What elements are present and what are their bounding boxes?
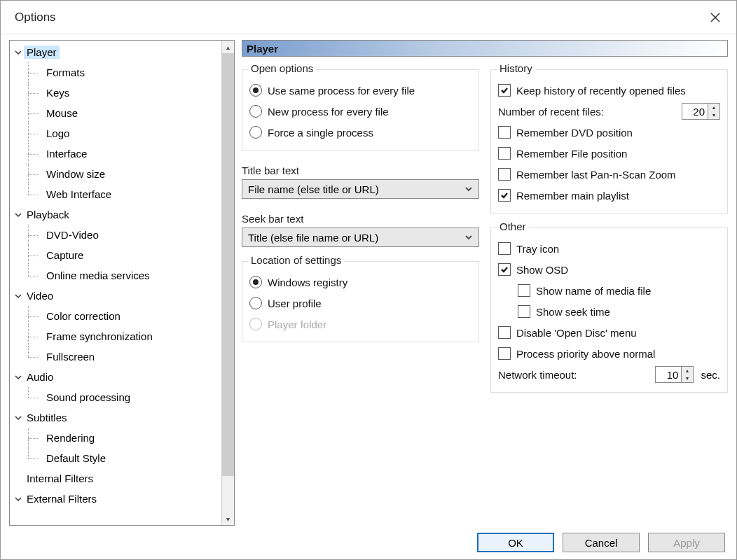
disable-open-disc-checkbox[interactable]: Disable 'Open Disc' menu bbox=[498, 322, 720, 343]
tree-label: Rendering bbox=[43, 431, 97, 444]
checkbox-label: Remember main playlist bbox=[516, 190, 629, 202]
open-opt-force-single[interactable]: Force a single process bbox=[249, 122, 471, 143]
tree-item-formats[interactable]: Formats bbox=[10, 62, 221, 83]
expand-icon[interactable] bbox=[13, 414, 24, 421]
tree-item-dvd-video[interactable]: DVD-Video bbox=[10, 225, 221, 245]
timeout-spinner[interactable]: ▴▾ bbox=[655, 366, 694, 383]
tree-item-video[interactable]: Video bbox=[10, 286, 221, 306]
tree-label: External Filters bbox=[24, 492, 99, 505]
tree-item-fullscreen[interactable]: Fullscreen bbox=[10, 346, 221, 367]
tree-scrollbar[interactable]: ▴ ▾ bbox=[221, 41, 234, 525]
spin-up-icon[interactable]: ▴ bbox=[708, 104, 719, 111]
timeout-label: Network timeout: bbox=[498, 369, 577, 381]
close-button[interactable] bbox=[705, 8, 725, 27]
expand-icon[interactable] bbox=[13, 211, 24, 218]
checkbox-label: Show OSD bbox=[516, 264, 568, 276]
tree-item-color-correction[interactable]: Color correction bbox=[10, 306, 221, 326]
remember-file-checkbox[interactable]: Remember File position bbox=[498, 143, 720, 164]
tree-item-frame-synchronization[interactable]: Frame synchronization bbox=[10, 326, 221, 346]
location-user-profile[interactable]: User profile bbox=[249, 293, 471, 314]
timeout-input[interactable] bbox=[656, 367, 681, 382]
recent-files-input[interactable] bbox=[682, 104, 708, 119]
remember-dvd-checkbox[interactable]: Remember DVD position bbox=[498, 122, 720, 143]
timeout-unit: sec. bbox=[701, 369, 720, 381]
tree-label: Keys bbox=[43, 86, 72, 99]
checkbox-label: Keep history of recently opened files bbox=[516, 85, 686, 97]
location-registry[interactable]: Windows registry bbox=[249, 272, 471, 293]
tree-item-web-interface[interactable]: Web Interface bbox=[10, 184, 221, 204]
spin-down-icon[interactable]: ▾ bbox=[708, 111, 719, 119]
close-icon bbox=[710, 13, 720, 22]
expand-icon[interactable] bbox=[13, 374, 24, 381]
tree-item-online-media-services[interactable]: Online media services bbox=[10, 265, 221, 286]
tree-label: Video bbox=[24, 289, 56, 302]
tree-item-interface[interactable]: Interface bbox=[10, 144, 221, 164]
priority-checkbox[interactable]: Process priority above normal bbox=[498, 343, 720, 364]
tree-label: Color correction bbox=[43, 309, 123, 323]
scroll-thumb[interactable] bbox=[222, 53, 234, 512]
show-osd-checkbox[interactable]: Show OSD bbox=[498, 259, 720, 280]
tree-item-rendering[interactable]: Rendering bbox=[10, 428, 221, 448]
recent-files-spinner[interactable]: ▴▾ bbox=[682, 103, 720, 120]
keep-history-checkbox[interactable]: Keep history of recently opened files bbox=[498, 80, 720, 101]
tree-item-player[interactable]: Player bbox=[10, 42, 221, 62]
expand-icon[interactable] bbox=[13, 293, 24, 300]
tree-list[interactable]: PlayerFormatsKeysMouseLogoInterfaceWindo… bbox=[10, 41, 221, 525]
location-player-folder: Player folder bbox=[249, 314, 471, 335]
tree-item-sound-processing[interactable]: Sound processing bbox=[10, 387, 221, 407]
expand-icon[interactable] bbox=[13, 496, 24, 503]
ok-button[interactable]: OK bbox=[477, 533, 554, 552]
radio-label: New process for every file bbox=[268, 106, 389, 118]
scroll-up-icon[interactable]: ▴ bbox=[222, 41, 234, 53]
tree-item-internal-filters[interactable]: Internal Filters bbox=[10, 468, 221, 489]
radio-icon bbox=[249, 318, 262, 330]
tree-item-keys[interactable]: Keys bbox=[10, 83, 221, 103]
checkbox-icon bbox=[498, 326, 511, 339]
tree-label: Playback bbox=[24, 208, 72, 221]
radio-icon bbox=[249, 105, 262, 118]
checkbox-label: Process priority above normal bbox=[516, 348, 655, 360]
tree-item-mouse[interactable]: Mouse bbox=[10, 103, 221, 123]
checkbox-label: Show seek time bbox=[536, 306, 610, 318]
cancel-button[interactable]: Cancel bbox=[563, 533, 640, 552]
remember-playlist-checkbox[interactable]: Remember main playlist bbox=[498, 185, 720, 206]
tree-item-default-style[interactable]: Default Style bbox=[10, 448, 221, 468]
titlebar-text-section: Title bar text File name (else title or … bbox=[242, 160, 479, 199]
tree-label: Online media services bbox=[43, 269, 153, 282]
tree-item-audio[interactable]: Audio bbox=[10, 367, 221, 387]
radio-label: User profile bbox=[268, 298, 322, 309]
radio-label: Windows registry bbox=[268, 276, 347, 288]
network-timeout-row: Network timeout: ▴▾ sec. bbox=[498, 364, 720, 385]
spin-up-icon[interactable]: ▴ bbox=[682, 367, 693, 374]
checkbox-icon bbox=[518, 305, 530, 318]
seekbar-text-combo[interactable]: Title (else file name or URL) bbox=[242, 227, 479, 247]
recent-files-row: Number of recent files: ▴▾ bbox=[498, 101, 720, 122]
tree-item-subtitles[interactable]: Subtitles bbox=[10, 407, 221, 428]
scroll-down-icon[interactable]: ▾ bbox=[222, 512, 234, 525]
tree-item-logo[interactable]: Logo bbox=[10, 123, 221, 144]
expand-icon[interactable] bbox=[13, 49, 24, 56]
tree-item-capture[interactable]: Capture bbox=[10, 245, 221, 265]
osd-show-seek-checkbox[interactable]: Show seek time bbox=[518, 301, 720, 322]
chevron-down-icon bbox=[464, 183, 473, 195]
open-opt-same-process[interactable]: Use same process for every file bbox=[249, 80, 471, 101]
tree-label: Mouse bbox=[43, 106, 81, 120]
tree-label: Default Style bbox=[43, 451, 109, 465]
tree-item-external-filters[interactable]: External Filters bbox=[10, 489, 221, 509]
tree-item-window-size[interactable]: Window size bbox=[10, 164, 221, 184]
title-bar: Options bbox=[1, 1, 736, 34]
checkbox-icon bbox=[498, 84, 511, 97]
recent-files-label: Number of recent files: bbox=[498, 106, 604, 118]
titlebar-text-combo[interactable]: File name (else title or URL) bbox=[242, 179, 479, 199]
other-group: Other Tray icon Show OSD Show name of me… bbox=[490, 227, 728, 393]
osd-show-name-checkbox[interactable]: Show name of media file bbox=[518, 280, 720, 301]
remember-pan-checkbox[interactable]: Remember last Pan-n-Scan Zoom bbox=[498, 164, 720, 185]
apply-button[interactable]: Apply bbox=[648, 533, 725, 552]
right-column: History Keep history of recently opened … bbox=[490, 65, 728, 526]
tree-item-playback[interactable]: Playback bbox=[10, 204, 221, 225]
window-title: Options bbox=[15, 10, 56, 24]
tray-icon-checkbox[interactable]: Tray icon bbox=[498, 238, 720, 259]
open-opt-new-process[interactable]: New process for every file bbox=[249, 101, 471, 122]
other-legend: Other bbox=[497, 220, 529, 232]
spin-down-icon[interactable]: ▾ bbox=[682, 374, 693, 382]
